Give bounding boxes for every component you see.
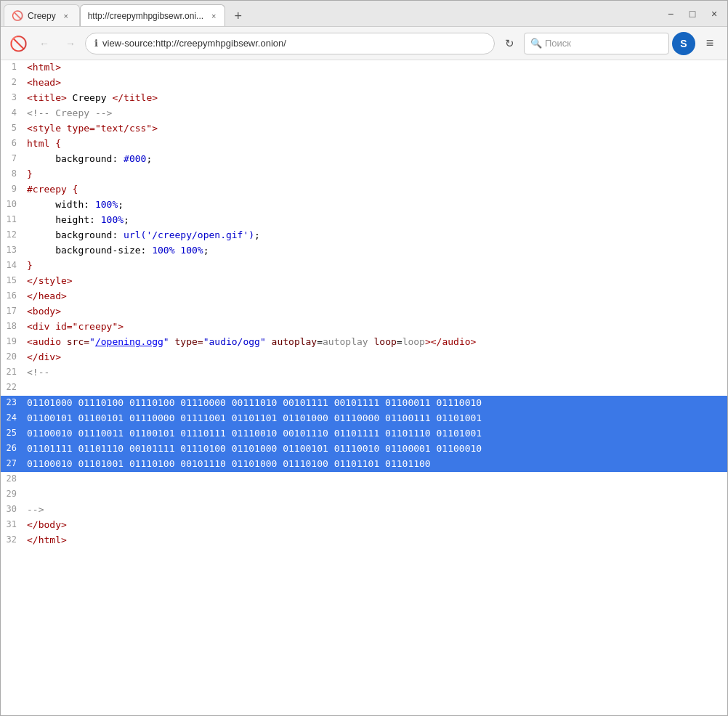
source-view: 1<html>2<head>3<title> Creepy </title>4<… [1, 60, 727, 715]
back-button[interactable]: ← [33, 32, 56, 55]
source-line-11: 11 height: 100%; [1, 213, 727, 228]
profile-letter: S [680, 38, 687, 49]
line-content: </style> [24, 274, 727, 289]
reload-button[interactable]: ↻ [498, 32, 521, 55]
line-number: 1 [1, 60, 24, 76]
line-content: 01101000 01110100 01110100 01110000 0011… [24, 396, 727, 411]
line-content: <title> Creepy </title> [24, 91, 727, 106]
line-content: <style type="text/css"> [24, 121, 727, 137]
line-number: 11 [1, 213, 24, 228]
tab-creepy[interactable]: 🚫 Creepy × [4, 4, 80, 26]
line-content: background: url('/creepy/open.gif'); [24, 228, 727, 243]
new-tab-button[interactable]: + [228, 6, 248, 26]
line-number: 3 [1, 91, 24, 106]
line-number: 10 [1, 198, 24, 213]
source-line-12: 12 background: url('/creepy/open.gif'); [1, 228, 727, 243]
source-line-15: 15</style> [1, 274, 727, 289]
line-content: </div> [24, 350, 727, 365]
line-number: 32 [1, 533, 24, 548]
line-number: 14 [1, 259, 24, 274]
profile-button[interactable]: S [672, 32, 695, 55]
line-content: background: #000; [24, 152, 727, 167]
line-content: 01101111 01101110 00101111 01110100 0110… [24, 442, 727, 457]
line-content: <audio src="/opening.ogg" type="audio/og… [24, 335, 727, 350]
close-button[interactable]: × [704, 4, 724, 24]
line-number: 30 [1, 503, 24, 518]
line-content: <div id="creepy"> [24, 320, 727, 335]
tab-close-creepy[interactable]: × [60, 10, 72, 22]
tab-url[interactable]: http://creepymhpgibsewr.oni... × [80, 4, 225, 26]
line-content: <!-- Creepy --> [24, 106, 727, 121]
line-content: <html> [24, 60, 727, 76]
title-bar: 🚫 Creepy × http://creepymhpgibsewr.oni..… [1, 1, 727, 27]
source-line-28: 28 [1, 472, 727, 487]
source-line-2: 2<head> [1, 76, 727, 91]
tab-close-url[interactable]: × [208, 10, 219, 22]
minimize-button[interactable]: − [660, 4, 681, 24]
line-number: 20 [1, 350, 24, 365]
source-line-5: 5<style type="text/css"> [1, 121, 727, 137]
line-content: 01100010 01110011 01100101 01110111 0111… [24, 426, 727, 442]
forward-icon: → [65, 38, 76, 49]
url-box[interactable]: ℹ view-source:http://creepymhpgibsewr.on… [85, 33, 495, 54]
line-content: } [24, 259, 727, 274]
source-line-23: 2301101000 01110100 01110100 01110000 00… [1, 396, 727, 411]
line-content: html { [24, 137, 727, 152]
source-line-16: 16</head> [1, 289, 727, 304]
line-number: 6 [1, 137, 24, 152]
source-line-25: 2501100010 01110011 01100101 01110111 01… [1, 426, 727, 442]
line-number: 28 [1, 472, 24, 487]
source-line-17: 17<body> [1, 304, 727, 320]
line-content: } [24, 167, 727, 182]
line-content: </body> [24, 518, 727, 533]
source-line-31: 31</body> [1, 518, 727, 533]
line-number: 8 [1, 167, 24, 182]
address-bar: 🚫 ← → ℹ view-source:http://creepymhpgibs… [1, 27, 727, 60]
line-content: 01100101 01100101 01110000 01111001 0110… [24, 411, 727, 426]
line-number: 5 [1, 121, 24, 137]
line-number: 15 [1, 274, 24, 289]
line-content: <body> [24, 304, 727, 320]
reload-icon: ↻ [505, 37, 514, 50]
menu-icon: ≡ [706, 36, 714, 51]
window-controls: − □ × [660, 4, 724, 24]
line-content: <!-- [24, 365, 727, 381]
line-number: 22 [1, 381, 24, 396]
line-number: 31 [1, 518, 24, 533]
line-number: 4 [1, 106, 24, 121]
source-line-6: 6html { [1, 137, 727, 152]
line-number: 21 [1, 365, 24, 381]
source-line-20: 20</div> [1, 350, 727, 365]
source-line-14: 14} [1, 259, 727, 274]
source-line-18: 18<div id="creepy"> [1, 320, 727, 335]
line-content: width: 100%; [24, 198, 727, 213]
line-content: 01100010 01101001 01110100 00101110 0110… [24, 457, 727, 472]
line-number: 13 [1, 243, 24, 259]
security-icon: 🚫 [7, 32, 30, 55]
line-number: 2 [1, 76, 24, 91]
info-icon: ℹ [94, 38, 98, 49]
source-line-10: 10 width: 100%; [1, 198, 727, 213]
line-content: --> [24, 503, 727, 518]
search-box[interactable]: 🔍 Поиск [524, 33, 669, 54]
maximize-button[interactable]: □ [682, 4, 703, 24]
line-content: </html> [24, 533, 727, 548]
source-line-8: 8} [1, 167, 727, 182]
line-content: background-size: 100% 100%; [24, 243, 727, 259]
source-line-13: 13 background-size: 100% 100%; [1, 243, 727, 259]
source-line-7: 7 background: #000; [1, 152, 727, 167]
source-line-24: 2401100101 01100101 01110000 01111001 01… [1, 411, 727, 426]
line-number: 25 [1, 426, 24, 442]
tab-favicon: 🚫 [12, 10, 23, 21]
source-line-1: 1<html> [1, 60, 727, 76]
line-number: 16 [1, 289, 24, 304]
tab-label: Creepy [28, 11, 56, 21]
source-line-29: 29 [1, 487, 727, 503]
tab-group: 🚫 Creepy × http://creepymhpgibsewr.oni..… [4, 1, 248, 26]
menu-button[interactable]: ≡ [698, 32, 721, 55]
line-content [24, 487, 727, 503]
forward-button[interactable]: → [59, 32, 82, 55]
line-content: <head> [24, 76, 727, 91]
source-line-27: 2701100010 01101001 01110100 00101110 01… [1, 457, 727, 472]
line-number: 26 [1, 442, 24, 457]
